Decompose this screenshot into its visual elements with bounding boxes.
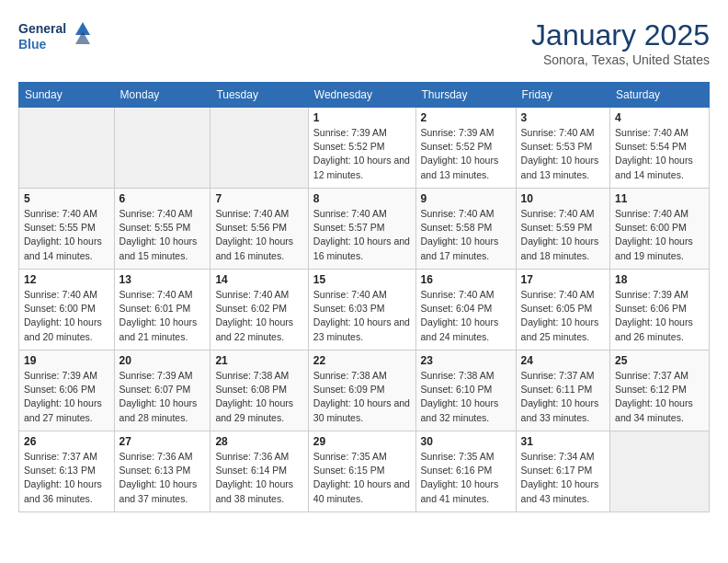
day-number: 26	[24, 435, 109, 448]
calendar-cell: 12Sunrise: 7:40 AMSunset: 6:00 PMDayligh…	[19, 270, 115, 350]
calendar-cell: 30Sunrise: 7:35 AMSunset: 6:16 PMDayligh…	[415, 431, 516, 512]
calendar-cell	[210, 108, 308, 189]
week-row-1: 1Sunrise: 7:39 AMSunset: 5:52 PMDaylight…	[19, 108, 710, 189]
week-row-3: 12Sunrise: 7:40 AMSunset: 6:00 PMDayligh…	[19, 270, 710, 350]
calendar-cell: 26Sunrise: 7:37 AMSunset: 6:13 PMDayligh…	[19, 431, 115, 512]
week-row-2: 5Sunrise: 7:40 AMSunset: 5:55 PMDaylight…	[19, 189, 710, 270]
day-number: 23	[421, 354, 511, 367]
day-number: 9	[421, 192, 511, 205]
day-number: 27	[119, 435, 206, 448]
day-number: 4	[615, 111, 704, 124]
day-header-tuesday: Tuesday	[210, 83, 308, 108]
day-header-friday: Friday	[516, 83, 610, 108]
day-number: 2	[421, 111, 511, 124]
day-number: 24	[521, 354, 606, 367]
day-number: 30	[421, 435, 511, 448]
calendar-cell: 15Sunrise: 7:40 AMSunset: 6:03 PMDayligh…	[308, 270, 415, 350]
calendar-cell: 28Sunrise: 7:36 AMSunset: 6:14 PMDayligh…	[210, 431, 308, 512]
day-header-monday: Monday	[114, 83, 210, 108]
day-number: 21	[215, 354, 302, 367]
calendar-cell: 22Sunrise: 7:38 AMSunset: 6:09 PMDayligh…	[308, 350, 415, 431]
day-info: Sunrise: 7:39 AMSunset: 5:52 PMDaylight:…	[313, 126, 411, 182]
calendar-cell: 5Sunrise: 7:40 AMSunset: 5:55 PMDaylight…	[19, 189, 115, 270]
day-number: 10	[521, 192, 606, 205]
calendar-cell: 16Sunrise: 7:40 AMSunset: 6:04 PMDayligh…	[415, 270, 516, 350]
day-info: Sunrise: 7:39 AMSunset: 5:52 PMDaylight:…	[421, 126, 511, 182]
svg-text:Blue: Blue	[18, 37, 47, 52]
day-info: Sunrise: 7:39 AMSunset: 6:06 PMDaylight:…	[24, 369, 109, 425]
day-number: 22	[313, 354, 411, 367]
day-number: 13	[119, 273, 206, 286]
calendar-cell: 27Sunrise: 7:36 AMSunset: 6:13 PMDayligh…	[114, 431, 210, 512]
day-header-thursday: Thursday	[415, 83, 516, 108]
calendar-cell	[19, 108, 115, 189]
day-number: 25	[615, 354, 704, 367]
day-number: 28	[215, 435, 302, 448]
day-number: 31	[521, 435, 606, 448]
day-info: Sunrise: 7:37 AMSunset: 6:12 PMDaylight:…	[615, 369, 704, 425]
week-row-4: 19Sunrise: 7:39 AMSunset: 6:06 PMDayligh…	[19, 350, 710, 431]
calendar-cell: 11Sunrise: 7:40 AMSunset: 6:00 PMDayligh…	[610, 189, 710, 270]
calendar-cell: 17Sunrise: 7:40 AMSunset: 6:05 PMDayligh…	[516, 270, 610, 350]
day-number: 14	[215, 273, 302, 286]
day-number: 6	[119, 192, 206, 205]
day-number: 11	[615, 192, 704, 205]
day-info: Sunrise: 7:40 AMSunset: 6:02 PMDaylight:…	[215, 288, 302, 344]
day-info: Sunrise: 7:37 AMSunset: 6:11 PMDaylight:…	[521, 369, 606, 425]
calendar-cell: 14Sunrise: 7:40 AMSunset: 6:02 PMDayligh…	[210, 270, 308, 350]
calendar-cell: 10Sunrise: 7:40 AMSunset: 5:59 PMDayligh…	[516, 189, 610, 270]
day-info: Sunrise: 7:38 AMSunset: 6:09 PMDaylight:…	[313, 369, 411, 425]
calendar-cell: 18Sunrise: 7:39 AMSunset: 6:06 PMDayligh…	[610, 270, 710, 350]
day-info: Sunrise: 7:36 AMSunset: 6:13 PMDaylight:…	[119, 450, 206, 506]
day-info: Sunrise: 7:40 AMSunset: 6:00 PMDaylight:…	[615, 207, 704, 263]
day-info: Sunrise: 7:40 AMSunset: 5:55 PMDaylight:…	[119, 207, 206, 263]
day-info: Sunrise: 7:39 AMSunset: 6:06 PMDaylight:…	[615, 288, 704, 344]
page-header: General Blue January 2025 Sonora, Texas,…	[18, 18, 710, 67]
day-number: 15	[313, 273, 411, 286]
calendar-cell	[610, 431, 710, 512]
day-info: Sunrise: 7:35 AMSunset: 6:15 PMDaylight:…	[313, 450, 411, 506]
calendar-table: SundayMondayTuesdayWednesdayThursdayFrid…	[18, 82, 710, 512]
logo-icon: General Blue	[18, 18, 92, 57]
svg-text:General: General	[18, 21, 66, 36]
calendar-cell: 1Sunrise: 7:39 AMSunset: 5:52 PMDaylight…	[308, 108, 415, 189]
day-info: Sunrise: 7:40 AMSunset: 6:04 PMDaylight:…	[421, 288, 511, 344]
calendar-cell: 9Sunrise: 7:40 AMSunset: 5:58 PMDaylight…	[415, 189, 516, 270]
day-number: 12	[24, 273, 109, 286]
days-header-row: SundayMondayTuesdayWednesdayThursdayFrid…	[19, 83, 710, 108]
calendar-cell: 21Sunrise: 7:38 AMSunset: 6:08 PMDayligh…	[210, 350, 308, 431]
calendar-cell: 20Sunrise: 7:39 AMSunset: 6:07 PMDayligh…	[114, 350, 210, 431]
calendar-cell: 8Sunrise: 7:40 AMSunset: 5:57 PMDaylight…	[308, 189, 415, 270]
day-header-saturday: Saturday	[610, 83, 710, 108]
day-info: Sunrise: 7:38 AMSunset: 6:10 PMDaylight:…	[421, 369, 511, 425]
day-info: Sunrise: 7:40 AMSunset: 5:59 PMDaylight:…	[521, 207, 606, 263]
calendar-cell: 2Sunrise: 7:39 AMSunset: 5:52 PMDaylight…	[415, 108, 516, 189]
day-number: 20	[119, 354, 206, 367]
day-number: 3	[521, 111, 606, 124]
day-number: 8	[313, 192, 411, 205]
title-block: January 2025 Sonora, Texas, United State…	[531, 18, 710, 67]
logo: General Blue	[18, 18, 92, 57]
calendar-subtitle: Sonora, Texas, United States	[531, 52, 710, 67]
day-info: Sunrise: 7:38 AMSunset: 6:08 PMDaylight:…	[215, 369, 302, 425]
calendar-cell: 23Sunrise: 7:38 AMSunset: 6:10 PMDayligh…	[415, 350, 516, 431]
day-info: Sunrise: 7:40 AMSunset: 5:58 PMDaylight:…	[421, 207, 511, 263]
calendar-cell: 7Sunrise: 7:40 AMSunset: 5:56 PMDaylight…	[210, 189, 308, 270]
day-info: Sunrise: 7:34 AMSunset: 6:17 PMDaylight:…	[521, 450, 606, 506]
calendar-cell: 29Sunrise: 7:35 AMSunset: 6:15 PMDayligh…	[308, 431, 415, 512]
calendar-cell: 6Sunrise: 7:40 AMSunset: 5:55 PMDaylight…	[114, 189, 210, 270]
day-number: 7	[215, 192, 302, 205]
day-info: Sunrise: 7:40 AMSunset: 6:05 PMDaylight:…	[521, 288, 606, 344]
day-number: 18	[615, 273, 704, 286]
calendar-cell: 3Sunrise: 7:40 AMSunset: 5:53 PMDaylight…	[516, 108, 610, 189]
day-number: 17	[521, 273, 606, 286]
day-number: 19	[24, 354, 109, 367]
day-header-wednesday: Wednesday	[308, 83, 415, 108]
day-number: 5	[24, 192, 109, 205]
day-info: Sunrise: 7:35 AMSunset: 6:16 PMDaylight:…	[421, 450, 511, 506]
calendar-cell	[114, 108, 210, 189]
day-info: Sunrise: 7:39 AMSunset: 6:07 PMDaylight:…	[119, 369, 206, 425]
day-number: 29	[313, 435, 411, 448]
day-info: Sunrise: 7:40 AMSunset: 5:56 PMDaylight:…	[215, 207, 302, 263]
day-info: Sunrise: 7:37 AMSunset: 6:13 PMDaylight:…	[24, 450, 109, 506]
